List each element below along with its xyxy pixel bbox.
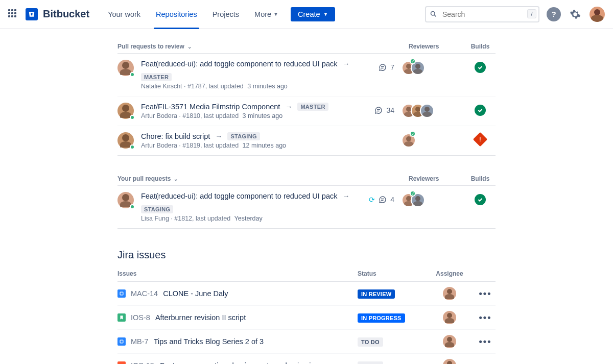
branch-tag[interactable]: MASTER <box>297 103 328 111</box>
bitbucket-logo-icon[interactable] <box>26 8 38 20</box>
pr-meta: Artur Bodera · #1810, last updated 3 min… <box>141 112 357 119</box>
status-badge[interactable]: IN PROGRESS <box>358 313 405 323</box>
help-icon[interactable]: ? <box>547 7 561 21</box>
arrow-right-icon: → <box>215 132 222 140</box>
pr-title: Feat(reduced-ui): add toggle component t… <box>141 60 337 68</box>
settings-icon[interactable] <box>568 7 582 21</box>
status-badge[interactable]: TO DO <box>358 337 383 347</box>
author-avatar[interactable] <box>117 103 134 119</box>
create-button-label: Create <box>298 10 320 18</box>
jira-row[interactable]: MB-7 Tips and Tricks Blog Series 2 of 3 … <box>117 330 496 354</box>
jira-row[interactable]: IOS-8 Afterburner revision II script IN … <box>117 306 496 330</box>
chevron-down-icon: ⌄ <box>174 176 178 182</box>
bug-icon <box>117 361 126 364</box>
assignee-avatar[interactable] <box>443 335 456 348</box>
build-status-success-icon[interactable] <box>475 194 486 205</box>
build-status-fail-icon[interactable]: ! <box>473 132 487 147</box>
search-box: / <box>425 6 539 22</box>
pr-meta: Lisa Fung · #1812, last updated Yesterda… <box>141 215 357 222</box>
pr-title: Feat/FIL-3571 Media Filmstrip Component <box>141 103 280 111</box>
top-navigation: Bitbucket Your work Repositories Project… <box>0 0 613 29</box>
task-icon <box>117 289 126 298</box>
col-header-reviewers: Reviewers <box>409 175 465 182</box>
comment-count[interactable]: 7 <box>364 60 394 72</box>
svg-rect-8 <box>120 292 123 295</box>
col-header-issues: Issues <box>117 270 358 277</box>
svg-rect-9 <box>120 340 123 343</box>
profile-avatar[interactable] <box>590 7 605 22</box>
issue-summary: Tips and Tricks Blog Series 2 of 3 <box>154 337 264 346</box>
pr-row[interactable]: Feat/FIL-3571 Media Filmstrip Component … <box>117 96 496 126</box>
jira-issues-heading: Jira issues <box>117 249 496 261</box>
chevron-down-icon: ▼ <box>323 11 328 17</box>
more-actions-button[interactable]: ••• <box>475 336 496 347</box>
reviewer-approved-icon: ✓ <box>410 131 416 137</box>
col-header-builds: Builds <box>465 43 496 50</box>
author-avatar[interactable] <box>117 60 134 76</box>
build-status-success-icon[interactable] <box>475 62 486 73</box>
jira-table-header: Issues Status Assignee <box>117 270 496 282</box>
search-input[interactable] <box>425 6 539 22</box>
app-switcher-icon[interactable] <box>8 9 18 19</box>
reviewers-stack <box>402 103 458 118</box>
comment-count[interactable]: 34 <box>364 103 394 115</box>
presence-online-icon <box>130 144 135 150</box>
presence-online-icon <box>130 204 135 209</box>
nav-more[interactable]: More▼ <box>248 0 285 29</box>
pr-meta: Artur Bodera · #1819, last updated 12 mi… <box>141 142 357 149</box>
more-actions-button[interactable]: ••• <box>475 288 496 299</box>
nav-repositories[interactable]: Repositories <box>150 0 203 29</box>
section-title: Your pull requests <box>117 175 171 182</box>
pr-meta: Natalie Kirscht · #1787, last updated 3 … <box>141 83 357 90</box>
brand-name[interactable]: Bitbucket <box>43 8 89 20</box>
author-avatar[interactable] <box>117 192 134 208</box>
pr-title: Chore: fix build script <box>141 132 210 140</box>
issue-summary: Customers reporting shoping cart purchas… <box>159 361 330 364</box>
issue-summary: Afterburner revision II script <box>155 313 246 322</box>
nav-projects[interactable]: Projects <box>206 0 245 29</box>
jira-row[interactable]: MAC-14 CLONE - June Daly IN REVIEW ••• <box>117 282 496 306</box>
assignee-avatar[interactable] <box>443 359 456 364</box>
col-header-status: Status <box>358 270 424 277</box>
more-actions-button[interactable]: ••• <box>475 312 496 323</box>
nav-your-work[interactable]: Your work <box>102 0 147 29</box>
issue-key: IOS-15 <box>131 361 154 364</box>
issue-summary: CLONE - June Daly <box>163 289 228 298</box>
create-button[interactable]: Create▼ <box>291 7 335 21</box>
section-toggle[interactable]: Your pull requests ⌄ <box>117 175 409 182</box>
reviewer-approved-icon: ✓ <box>410 58 416 64</box>
section-your-prs-header: Your pull requests ⌄ Reviewers Builds <box>117 171 496 186</box>
reviewers-stack: ✓ <box>402 192 458 207</box>
issue-key: MB-7 <box>131 337 149 346</box>
assignee-avatar[interactable] <box>443 311 456 324</box>
presence-online-icon <box>130 115 135 120</box>
svg-point-0 <box>431 11 435 15</box>
section-toggle[interactable]: Pull requests to review ⌄ <box>117 43 409 50</box>
search-shortcut-hint: / <box>527 9 536 18</box>
chevron-down-icon: ⌄ <box>187 44 192 50</box>
branch-tag[interactable]: STAGING <box>141 205 173 213</box>
status-badge[interactable]: TO DO <box>358 361 383 365</box>
col-header-builds: Builds <box>465 175 496 182</box>
col-header-assignee: Assignee <box>424 270 475 277</box>
status-badge[interactable]: IN REVIEW <box>358 289 395 299</box>
pr-row[interactable]: Feat(reduced-ui): add toggle component t… <box>117 54 496 96</box>
reviewers-stack: ✓ <box>402 132 458 148</box>
more-actions-button[interactable]: ••• <box>475 360 496 365</box>
reviewers-stack: ✓ <box>402 60 458 75</box>
jira-row[interactable]: IOS-15 Customers reporting shoping cart … <box>117 354 496 364</box>
reviewer-avatar[interactable] <box>420 104 434 118</box>
comment-count[interactable]: ⟳4 <box>364 192 394 204</box>
branch-tag[interactable]: STAGING <box>227 132 260 140</box>
build-status-success-icon[interactable] <box>475 105 486 116</box>
presence-online-icon <box>130 72 135 77</box>
pr-row[interactable]: Chore: fix build script → STAGING Artur … <box>117 126 496 156</box>
assignee-avatar[interactable] <box>443 287 456 300</box>
arrow-right-icon: → <box>285 103 292 111</box>
issue-key: MAC-14 <box>131 289 158 298</box>
branch-tag[interactable]: MASTER <box>141 73 172 81</box>
section-prs-to-review-header: Pull requests to review ⌄ Reviewers Buil… <box>117 39 496 54</box>
pr-row[interactable]: Feat(reduced-ui): add toggle component t… <box>117 186 496 229</box>
author-avatar[interactable] <box>117 132 134 149</box>
chevron-down-icon: ▼ <box>273 11 278 17</box>
